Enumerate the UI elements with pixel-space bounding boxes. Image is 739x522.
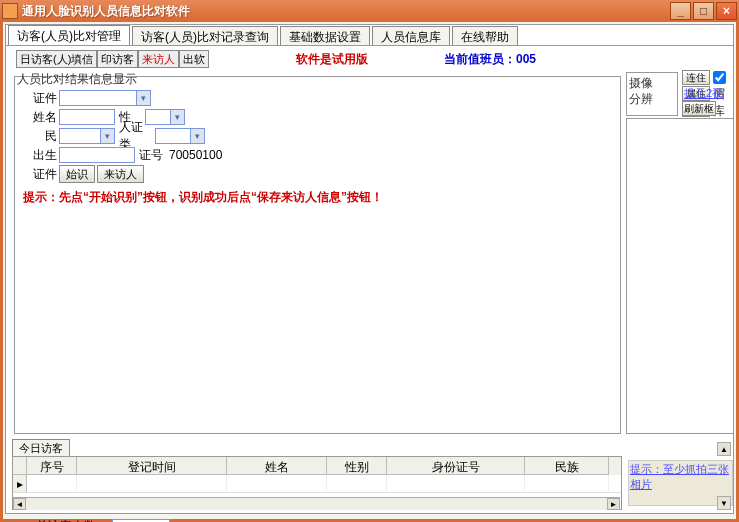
row-pointer-icon: ▸: [13, 475, 27, 492]
col-time[interactable]: 登记时间: [77, 457, 227, 475]
tab-person-db[interactable]: 人员信息库: [372, 26, 450, 45]
refresh-button[interactable]: 刷新枢: [682, 101, 716, 116]
idtype-select[interactable]: ▾: [155, 128, 205, 144]
subtab-exit[interactable]: 出软: [179, 50, 209, 68]
visitor-button[interactable]: 来访人: [97, 165, 144, 183]
grid-row-indicator-header: [13, 457, 27, 475]
window-body: 访客(人员)比对管理 访客(人员)比对记录查询 基础数据设置 人员信息库 在线帮…: [0, 22, 739, 522]
main-panel: 日访客(人)填信 印访客 来访人 出软 软件是试用版 当前值班员：005 人员比…: [5, 46, 734, 514]
nation-label: 民: [21, 128, 57, 145]
hint-text: 提示：先点“开始识别”按钮，识别成功后点“保存来访人信息”按钮！: [23, 189, 614, 206]
subtab-print-visitor[interactable]: 印访客: [97, 50, 138, 68]
subtab-daily-visitor[interactable]: 日访客(人)填信: [16, 50, 97, 68]
nation-select[interactable]: ▾: [59, 128, 115, 144]
grid-header: 序号 登记时间 姓名 性别 身份证号 民族: [13, 457, 621, 475]
scroll-right-icon[interactable]: ►: [607, 498, 620, 510]
col-sex[interactable]: 性别: [327, 457, 387, 475]
name-input[interactable]: [59, 109, 115, 125]
chevron-down-icon: ▾: [100, 129, 114, 143]
minimize-button[interactable]: _: [670, 2, 691, 20]
chevron-down-icon: ▾: [136, 91, 150, 105]
main-tabstrip: 访客(人员)比对管理 访客(人员)比对记录查询 基础数据设置 人员信息库 在线帮…: [5, 24, 734, 46]
window-title: 通用人脸识别人员信息比对软件: [22, 3, 668, 20]
grid-hscrollbar[interactable]: ◄ ►: [13, 497, 620, 510]
scroll-left-icon[interactable]: ◄: [13, 498, 26, 510]
cert-label: 证件: [21, 90, 57, 107]
tab-help[interactable]: 在线帮助: [452, 26, 518, 45]
trial-label: 软件是试用版: [296, 51, 368, 68]
name-label: 姓名: [21, 109, 57, 126]
cert2-label: 证件: [21, 166, 57, 183]
titlebar: 通用人脸识别人员信息比对软件 _ □ ×: [0, 0, 739, 22]
idnum-label: 证号: [139, 147, 167, 164]
chevron-down-icon: ▾: [190, 129, 204, 143]
sub-tabstrip: 日访客(人)填信 印访客 来访人 出软: [16, 50, 209, 68]
tab-basic-data[interactable]: 基础数据设置: [280, 26, 370, 45]
chevron-down-icon: ▾: [170, 110, 184, 124]
birth-label: 出生: [21, 147, 57, 164]
scroll-down-icon[interactable]: ▼: [717, 496, 731, 510]
app-icon: [2, 3, 18, 19]
camera-label: 摄像: [629, 75, 675, 91]
result-group-title: 人员比对结果信息显示: [17, 71, 137, 88]
col-nation[interactable]: 民族: [525, 457, 609, 475]
start-recognize-button[interactable]: 始识: [59, 165, 95, 183]
preview-panel: [626, 118, 734, 434]
camera-groupbox: 摄像 分辨: [626, 72, 678, 116]
subtab-incoming-visitor[interactable]: 来访人: [138, 50, 179, 68]
idnum-value: 70050100: [169, 148, 222, 162]
connect-button[interactable]: 连住: [682, 70, 710, 85]
col-name[interactable]: 姓名: [227, 457, 327, 475]
total-count: 0: [112, 519, 170, 523]
grid-row[interactable]: ▸: [13, 475, 621, 493]
form-area: 证件 ▾ 姓名 性 ▾ 民 ▾ 人证类 ▾ 出生: [15, 77, 620, 210]
result-groupbox: 人员比对结果信息显示 证件 ▾ 姓名 性 ▾ 民 ▾ 人证类 ▾: [14, 76, 621, 434]
maximize-button[interactable]: □: [693, 2, 714, 20]
resolution-label: 分辨: [629, 91, 675, 107]
operator-label: 当前值班员：005: [444, 51, 536, 68]
scroll-track[interactable]: [26, 498, 607, 510]
total-row: 总访客人数： 0: [36, 518, 170, 522]
total-label: 总访客人数：: [36, 518, 108, 522]
col-id[interactable]: 序号: [27, 457, 77, 475]
right-vscrollbar[interactable]: ▲ ▼: [717, 442, 731, 512]
col-idnum[interactable]: 身份证号: [387, 457, 525, 475]
facebase-check-input[interactable]: [713, 71, 726, 84]
scroll-up-icon[interactable]: ▲: [717, 442, 731, 456]
tab-compare-manage[interactable]: 访客(人员)比对管理: [8, 25, 130, 45]
birth-input[interactable]: [59, 147, 135, 163]
cert-select[interactable]: ▾: [59, 90, 151, 106]
tab-compare-query[interactable]: 访客(人员)比对记录查询: [132, 26, 278, 45]
close-button[interactable]: ×: [716, 2, 737, 20]
